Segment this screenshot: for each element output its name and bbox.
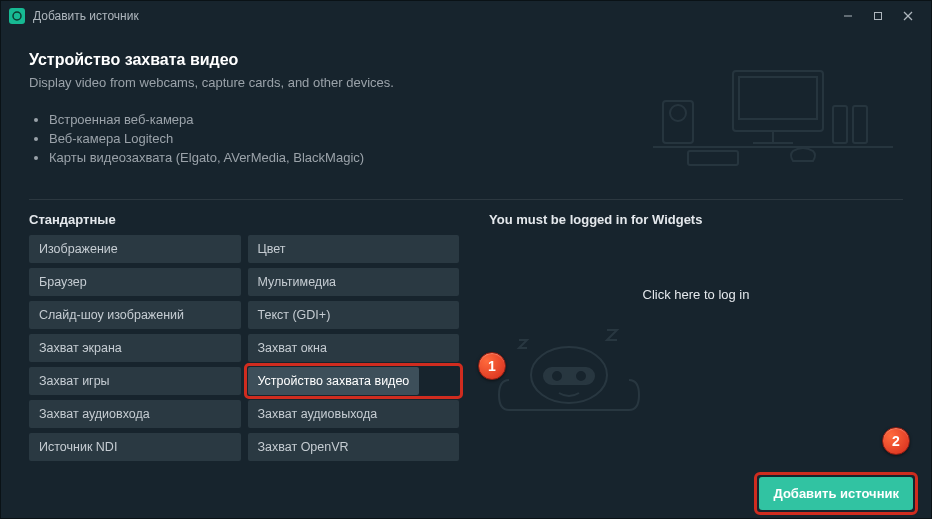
source-option[interactable]: Мультимедиа bbox=[248, 268, 460, 296]
source-option[interactable]: Цвет bbox=[248, 235, 460, 263]
titlebar: Добавить источник bbox=[1, 1, 931, 31]
svg-point-18 bbox=[575, 370, 587, 382]
minimize-button[interactable] bbox=[833, 1, 863, 31]
widgets-title: You must be logged in for Widgets bbox=[489, 212, 903, 227]
svg-point-17 bbox=[551, 370, 563, 382]
source-option[interactable]: Захват аудиовхода bbox=[29, 400, 241, 428]
header-row: Устройство захвата видео Display video f… bbox=[29, 51, 903, 181]
svg-point-10 bbox=[670, 105, 686, 121]
widgets-column: You must be logged in for Widgets Click … bbox=[489, 212, 903, 461]
source-option[interactable]: Захват аудиовыхода bbox=[248, 400, 460, 428]
source-option[interactable]: Захват экрана bbox=[29, 334, 241, 362]
source-option[interactable]: Захват игры bbox=[29, 367, 241, 395]
source-option[interactable]: Устройство захвата видео bbox=[248, 367, 420, 395]
svg-rect-5 bbox=[733, 71, 823, 131]
example-item: Встроенная веб-камера bbox=[49, 112, 394, 127]
close-button[interactable] bbox=[893, 1, 923, 31]
svg-rect-12 bbox=[853, 106, 867, 143]
source-option[interactable]: Изображение bbox=[29, 235, 241, 263]
source-title: Устройство захвата видео bbox=[29, 51, 394, 69]
source-option[interactable]: Браузер bbox=[29, 268, 241, 296]
annotation-badge-2: 2 bbox=[882, 427, 910, 455]
add-source-button[interactable]: Добавить источник bbox=[759, 477, 913, 510]
example-item: Веб-камера Logitech bbox=[49, 131, 394, 146]
columns: Стандартные ИзображениеЦветБраузерМульти… bbox=[29, 212, 903, 461]
window-title: Добавить источник bbox=[33, 9, 139, 23]
sleep-illustration bbox=[489, 320, 649, 440]
sources-grid: ИзображениеЦветБраузерМультимедиаСлайд-ш… bbox=[29, 235, 459, 461]
footer: Добавить источник bbox=[1, 468, 931, 518]
login-link[interactable]: Click here to log in bbox=[489, 287, 903, 302]
svg-rect-11 bbox=[833, 106, 847, 143]
examples: Встроенная веб-камераВеб-камера Logitech… bbox=[29, 112, 394, 165]
svg-rect-14 bbox=[688, 151, 738, 165]
example-item: Карты видеозахвата (Elgato, AVerMedia, B… bbox=[49, 150, 394, 165]
add-source-window: Добавить источник Устройство захвата вид… bbox=[0, 0, 932, 519]
maximize-button[interactable] bbox=[863, 1, 893, 31]
header-text: Устройство захвата видео Display video f… bbox=[29, 51, 394, 169]
source-option[interactable]: Слайд-шоу изображений bbox=[29, 301, 241, 329]
desk-illustration bbox=[643, 51, 903, 181]
svg-rect-6 bbox=[739, 77, 817, 119]
standard-sources-column: Стандартные ИзображениеЦветБраузерМульти… bbox=[29, 212, 459, 461]
window-controls bbox=[833, 1, 923, 31]
selected-source-highlight: Устройство захвата видео bbox=[248, 367, 460, 395]
separator bbox=[29, 199, 903, 200]
source-option[interactable]: Захват окна bbox=[248, 334, 460, 362]
source-option[interactable]: Захват OpenVR bbox=[248, 433, 460, 461]
source-subtitle: Display video from webcams, capture card… bbox=[29, 75, 394, 90]
content: Устройство захвата видео Display video f… bbox=[1, 31, 931, 468]
add-button-highlight: Добавить источник bbox=[759, 477, 913, 510]
source-option[interactable]: Текст (GDI+) bbox=[248, 301, 460, 329]
svg-point-0 bbox=[13, 12, 21, 20]
annotation-badge-1: 1 bbox=[478, 352, 506, 380]
svg-rect-2 bbox=[875, 12, 882, 19]
standard-title: Стандартные bbox=[29, 212, 459, 227]
app-icon bbox=[9, 8, 25, 24]
source-option[interactable]: Источник NDI bbox=[29, 433, 241, 461]
